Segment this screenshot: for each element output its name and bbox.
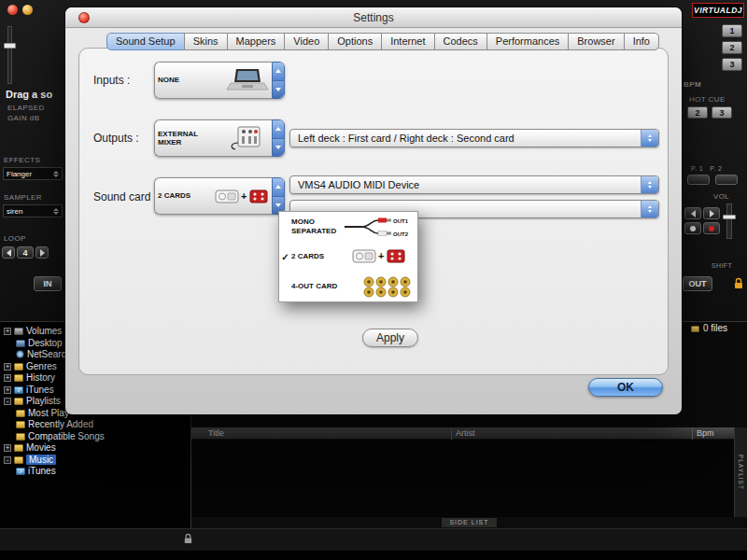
expander-icon[interactable]: -: [4, 456, 11, 464]
loop-out-button[interactable]: OUT: [683, 276, 712, 291]
column-header-bpm[interactable]: Bpm: [697, 428, 714, 438]
next-button[interactable]: [703, 207, 720, 219]
menu-option-2-cards[interactable]: ✓ 2 CARDS +: [279, 242, 417, 272]
inputs-stepper[interactable]: [272, 62, 285, 99]
effects-select[interactable]: Flanger: [3, 167, 63, 180]
pitch-slider-handle[interactable]: [4, 43, 16, 49]
sidebar-item-movies[interactable]: +Movies: [4, 441, 190, 454]
prev-button[interactable]: [684, 207, 701, 219]
outputs-selector[interactable]: EXTERNAL MIXER: [154, 119, 285, 157]
elapsed-label: ELAPSED: [7, 104, 45, 112]
play-button[interactable]: [684, 222, 701, 234]
expander-icon[interactable]: +: [4, 363, 11, 371]
soundcard-selector[interactable]: 2 CARDS +: [154, 177, 285, 215]
sidebar-item-label: History: [26, 372, 55, 383]
window-minimize-icon[interactable]: [22, 5, 33, 15]
sidebar-item-recently-added[interactable]: Recently Added: [4, 418, 190, 430]
settings-tabs: Sound Setup Skins Mappers Video Options …: [106, 33, 659, 50]
hotcue-2-button[interactable]: 2: [687, 106, 708, 119]
menu-option-4-out-card[interactable]: 4-OUT CARD: [279, 272, 417, 301]
window-close-icon[interactable]: [7, 5, 18, 15]
soundcard-device-select[interactable]: VMS4 AUDIO MIDI Device: [289, 175, 659, 194]
tab-internet[interactable]: Internet: [381, 33, 434, 50]
deck-select-1-button[interactable]: 1: [722, 24, 742, 37]
sidebar-item-label: Genres: [26, 361, 57, 371]
sampler-label: SAMPLER: [4, 193, 42, 202]
outputs-selector-face[interactable]: EXTERNAL MIXER: [154, 119, 272, 157]
loop-in-button[interactable]: IN: [34, 276, 62, 291]
rec-button[interactable]: [703, 222, 720, 234]
sidelist-label[interactable]: SIDE LIST: [442, 518, 496, 527]
expander-icon[interactable]: +: [4, 386, 11, 394]
volume-slider[interactable]: [726, 203, 732, 239]
sampler-select[interactable]: siren: [3, 204, 63, 217]
virtualdj-app: Drag a so ELAPSED GAIN dB EFFECTS Flange…: [0, 0, 747, 560]
apply-button[interactable]: Apply: [362, 329, 418, 347]
svg-text:+: +: [378, 250, 384, 261]
dropdown-arrows-icon[interactable]: [641, 201, 658, 217]
hotcue-3-button[interactable]: 3: [712, 106, 732, 119]
expander-icon[interactable]: +: [4, 444, 11, 452]
loop-decrease-button[interactable]: [2, 246, 15, 259]
ok-button[interactable]: OK: [588, 378, 663, 397]
browser-track-list[interactable]: [191, 440, 734, 517]
pad-1-button[interactable]: [687, 175, 710, 185]
tab-codecs[interactable]: Codecs: [434, 33, 487, 50]
loop-value: 4: [17, 246, 34, 259]
lock-icon[interactable]: [733, 277, 744, 290]
pads-label: P. 1 P. 2: [691, 165, 722, 172]
lock-icon[interactable]: [183, 533, 193, 545]
tab-info[interactable]: Info: [624, 33, 659, 50]
column-header-title[interactable]: Title: [208, 428, 224, 438]
tab-skins[interactable]: Skins: [184, 33, 228, 50]
soundcard-value: 2 CARDS: [158, 191, 204, 200]
expander-icon[interactable]: +: [4, 328, 11, 335]
sampler-value: siren: [7, 206, 22, 217]
deck-select-3-button[interactable]: 3: [722, 58, 742, 71]
sidebar-item-label: Desktop: [28, 338, 63, 348]
sidelist-panel: [0, 528, 747, 551]
inputs-selector[interactable]: NONE: [154, 62, 285, 99]
menu-option-mono-separated[interactable]: MONO SEPARATED OUT1 OUT2: [279, 212, 417, 242]
drive-icon: [14, 328, 23, 335]
gain-label: GAIN dB: [7, 114, 39, 122]
playlist-panel-tab[interactable]: PLAYLIST: [734, 427, 747, 517]
dropdown-arrows-icon[interactable]: [641, 130, 658, 147]
left-arrow-icon: [691, 210, 696, 217]
globe-icon: [16, 350, 24, 358]
tab-browser[interactable]: Browser: [568, 33, 624, 50]
deck-select-2-button[interactable]: 2: [722, 41, 742, 54]
outputs-routing-select[interactable]: Left deck : First card / Right deck : Se…: [289, 129, 659, 147]
column-divider[interactable]: [451, 427, 452, 440]
dropdown-arrows-icon[interactable]: [641, 176, 658, 193]
pad-2-button[interactable]: [715, 175, 738, 185]
sidebar-item-label: Compatible Songs: [28, 431, 105, 441]
volume-slider-handle[interactable]: [723, 215, 736, 219]
virtualdj-logo: VIRTUALDJ: [692, 3, 744, 18]
soundcards-image: +: [343, 245, 416, 267]
tab-sound-setup[interactable]: Sound Setup: [106, 33, 185, 50]
sidebar-item-label: Volumes: [26, 326, 62, 336]
splitter-cable-image: OUT1 OUT2: [343, 215, 416, 239]
loop-increase-button[interactable]: [35, 246, 49, 259]
expander-icon[interactable]: -: [4, 398, 11, 405]
column-divider[interactable]: [692, 427, 693, 440]
outputs-stepper[interactable]: [272, 119, 285, 157]
column-header-artist[interactable]: Artist: [456, 428, 475, 438]
spinner-icon[interactable]: [53, 171, 59, 177]
outputs-value: EXTERNAL MIXER: [158, 130, 204, 147]
soundcard-selector-face[interactable]: 2 CARDS +: [154, 177, 272, 215]
inputs-selector-face[interactable]: NONE: [154, 62, 272, 99]
soundcard-stepper[interactable]: [272, 177, 285, 215]
spinner-icon[interactable]: [53, 208, 59, 215]
sidebar-item-itunes-child[interactable]: iTunes: [4, 465, 190, 477]
close-icon[interactable]: [78, 12, 90, 23]
expander-icon[interactable]: +: [4, 374, 11, 382]
tab-options[interactable]: Options: [328, 33, 382, 50]
playlist-label: PLAYLIST: [738, 455, 744, 490]
pitch-slider[interactable]: [7, 26, 12, 84]
tab-video[interactable]: Video: [284, 33, 329, 50]
tab-performances[interactable]: Performances: [486, 33, 569, 50]
folder-icon: [14, 363, 23, 371]
tab-mappers[interactable]: Mappers: [227, 33, 286, 50]
